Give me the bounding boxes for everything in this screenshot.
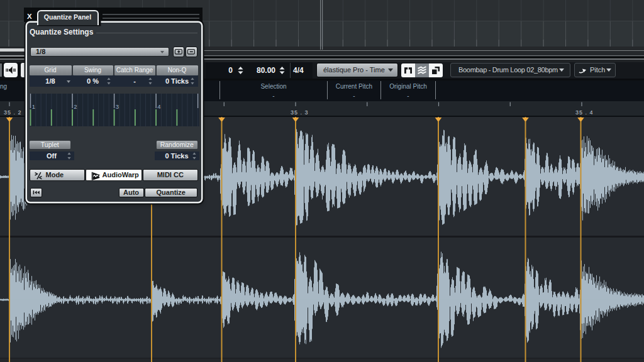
svg-text:3: 3 xyxy=(115,103,118,110)
svg-text:1: 1 xyxy=(31,103,35,110)
svg-text:4: 4 xyxy=(157,103,160,110)
svg-text:2: 2 xyxy=(74,103,77,110)
